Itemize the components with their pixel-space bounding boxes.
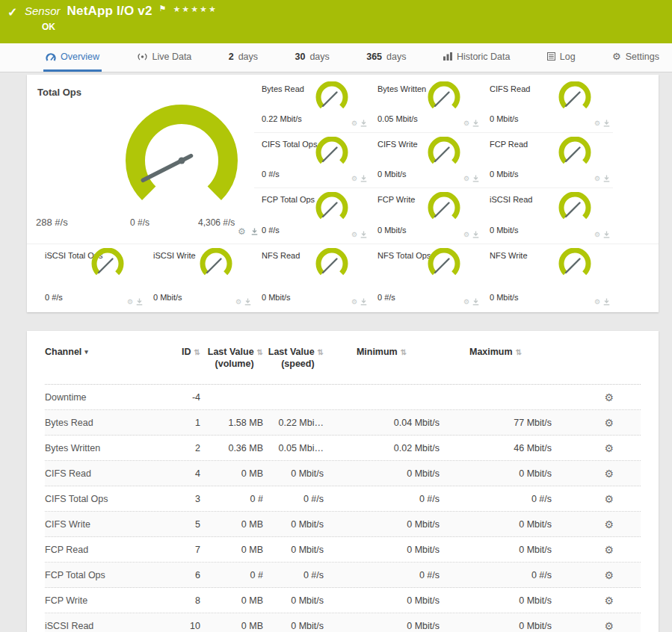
gauge-settings-icon[interactable]: ⚙: [594, 175, 600, 182]
tab-30-days[interactable]: 30days: [292, 43, 331, 72]
gauge-download-icon[interactable]: [136, 298, 143, 306]
cell-id: 5: [149, 519, 200, 530]
tab-settings[interactable]: ⚙Settings: [610, 43, 662, 72]
table-row-bytes-written[interactable]: Bytes Written20.36 MB0.05 Mbi…0.02 Mbit/…: [45, 436, 641, 461]
gauge-settings-icon[interactable]: ⚙: [463, 175, 469, 182]
gauge-settings-icon[interactable]: ⚙: [351, 231, 357, 238]
gauge-download-icon[interactable]: [603, 231, 610, 238]
cell-actions: ⚙: [552, 392, 641, 403]
cell-speed: 0 Mbit/s: [263, 621, 324, 631]
column-header-vol[interactable]: Last Value (volume)⇅: [200, 346, 263, 384]
column-header-max[interactable]: Maximum⇅: [440, 346, 552, 384]
gauge-download-icon[interactable]: [603, 175, 610, 182]
channel-settings-icon[interactable]: ⚙: [604, 418, 614, 428]
column-header-speed[interactable]: Last Value (speed)⇅: [263, 346, 324, 384]
gauge-toolbar: ⚙: [463, 175, 479, 182]
table-row-cifs-write[interactable]: CIFS Write50 MB0 Mbit/s0 Mbit/s0 Mbit/s⚙: [45, 512, 641, 537]
channel-settings-icon[interactable]: ⚙: [604, 595, 614, 606]
main-gauge-title: Total Ops: [37, 87, 81, 98]
gauge-download-icon[interactable]: [472, 120, 479, 127]
channel-settings-icon[interactable]: ⚙: [604, 392, 614, 403]
channel-settings-icon[interactable]: ⚙: [604, 545, 614, 555]
gauge-settings-icon[interactable]: ⚙: [351, 175, 357, 182]
cell-actions: ⚙: [552, 418, 641, 428]
table-row-cifs-read[interactable]: CIFS Read40 MB0 Mbit/s0 Mbit/s0 Mbit/s⚙: [45, 461, 641, 486]
gauge-download-icon[interactable]: [603, 120, 610, 127]
gauge-bytes-written: Bytes Written0.05 Mbit/s⚙: [370, 78, 482, 133]
gauge-value: 0 Mbit/s: [490, 114, 519, 123]
tab-live-data[interactable]: Live Data: [135, 43, 194, 72]
tab-label: Settings: [626, 52, 659, 62]
cell-vol: 0 MB: [200, 519, 263, 530]
gauge-settings-icon[interactable]: ⚙: [351, 298, 357, 306]
cell-id: 1: [149, 418, 200, 428]
column-header-id[interactable]: ID⇅: [149, 346, 200, 384]
column-header-min[interactable]: Minimum⇅: [324, 346, 440, 384]
cell-min: 0.02 Mbit/s: [324, 443, 440, 453]
main-gauge-min-label: 0 #/s: [114, 217, 149, 228]
tab-overview[interactable]: Overview: [43, 43, 102, 72]
cell-max: 0 Mbit/s: [440, 468, 552, 479]
cell-id: 4: [149, 468, 200, 479]
gauge-download-icon[interactable]: [472, 175, 479, 182]
live-data-icon: [137, 52, 148, 61]
column-header-label: Maximum: [469, 346, 513, 384]
gauge-dial-icon: [197, 248, 235, 281]
gauge-download-icon[interactable]: [360, 120, 367, 127]
tab-2-days[interactable]: 2days: [226, 43, 260, 72]
gauge-settings-icon[interactable]: ⚙: [463, 120, 469, 127]
tab-365-days[interactable]: 365days: [364, 43, 408, 72]
gauge-dial-icon: [425, 137, 463, 170]
priority-stars[interactable]: ★★★★★: [173, 4, 217, 14]
gauge-download-icon[interactable]: [472, 298, 479, 306]
gauge-download-icon[interactable]: [244, 298, 251, 306]
gauge-download-icon[interactable]: [472, 231, 479, 238]
channel-settings-icon[interactable]: ⚙: [604, 519, 614, 530]
gauge-value: 0 #/s: [262, 170, 280, 179]
channel-settings-icon[interactable]: ⚙: [604, 570, 614, 580]
gauge-download-icon[interactable]: [360, 175, 367, 182]
gauge-download-icon[interactable]: [360, 298, 367, 306]
column-header-channel[interactable]: Channel▾: [45, 346, 149, 384]
gauge-settings-icon[interactable]: ⚙: [463, 231, 469, 238]
table-row-bytes-read[interactable]: Bytes Read11.58 MB0.22 Mbi…0.04 Mbit/s77…: [45, 410, 641, 436]
table-row-downtime[interactable]: Downtime-4⚙: [45, 385, 641, 410]
channel-settings-icon[interactable]: ⚙: [604, 621, 614, 631]
priority-flag-icon[interactable]: ⚑: [159, 4, 167, 13]
table-row-fcp-write[interactable]: FCP Write80 MB0 Mbit/s0 Mbit/s0 Mbit/s⚙: [45, 588, 641, 613]
gauge-download-icon[interactable]: [603, 298, 610, 306]
table-row-cifs-total-ops[interactable]: CIFS Total Ops30 #0 #/s0 #/s0 #/s⚙: [45, 486, 641, 512]
gauge-settings-icon[interactable]: ⚙: [594, 120, 600, 127]
channel-settings-icon[interactable]: ⚙: [604, 443, 614, 453]
cell-max: 0 Mbit/s: [440, 519, 552, 530]
gauge-settings-icon[interactable]: ⚙: [594, 231, 600, 238]
channels-table-header: Channel▾ID⇅Last Value (volume)⇅Last Valu…: [45, 341, 641, 385]
gauge-toolbar: ⚙: [351, 298, 367, 306]
gauge-cifs-write: CIFS Write0 Mbit/s⚙: [370, 133, 482, 188]
table-row-fcp-total-ops[interactable]: FCP Total Ops60 #0 #/s0 #/s0 #/s⚙: [45, 563, 641, 588]
cell-channel: FCP Write: [45, 595, 149, 606]
gauge-settings-icon[interactable]: ⚙: [463, 298, 469, 306]
channel-settings-icon[interactable]: ⚙: [604, 494, 614, 504]
gauge-settings-icon[interactable]: ⚙: [235, 298, 241, 306]
gauge-label: FCP Read: [490, 140, 613, 149]
tab-historic-data[interactable]: Historic Data: [441, 43, 513, 72]
cell-actions: ⚙: [552, 519, 641, 530]
gauge-settings-icon[interactable]: ⚙: [351, 120, 357, 127]
table-row-iscsi-read[interactable]: iSCSI Read100 MB0 Mbit/s0 Mbit/s0 Mbit/s…: [45, 613, 641, 632]
gauge-bytes-read: Bytes Read0.22 Mbit/s⚙: [254, 78, 370, 133]
cell-speed: 0.05 Mbi…: [263, 443, 324, 453]
table-row-fcp-read[interactable]: FCP Read70 MB0 Mbit/s0 Mbit/s0 Mbit/s⚙: [45, 537, 641, 563]
sort-icon: ⇅: [318, 347, 324, 384]
tab-log[interactable]: Log: [545, 43, 578, 72]
gauge-settings-icon[interactable]: ⚙: [238, 226, 246, 237]
sensor-header: ✓ Sensor NetApp I/O v2 ⚑ ★★★★★ OK: [0, 0, 672, 43]
gauge-settings-icon[interactable]: ⚙: [127, 298, 133, 306]
cell-speed: 0 Mbit/s: [263, 468, 324, 479]
gauge-download-icon[interactable]: [360, 231, 367, 238]
gauge-value: 0 Mbit/s: [153, 293, 182, 302]
gauge-nfs-total-ops: NFS Total Ops0 #/s⚙: [370, 244, 482, 311]
channel-settings-icon[interactable]: ⚙: [604, 468, 614, 479]
gauge-settings-icon[interactable]: ⚙: [594, 298, 600, 306]
cell-max: 46 Mbit/s: [440, 443, 552, 453]
